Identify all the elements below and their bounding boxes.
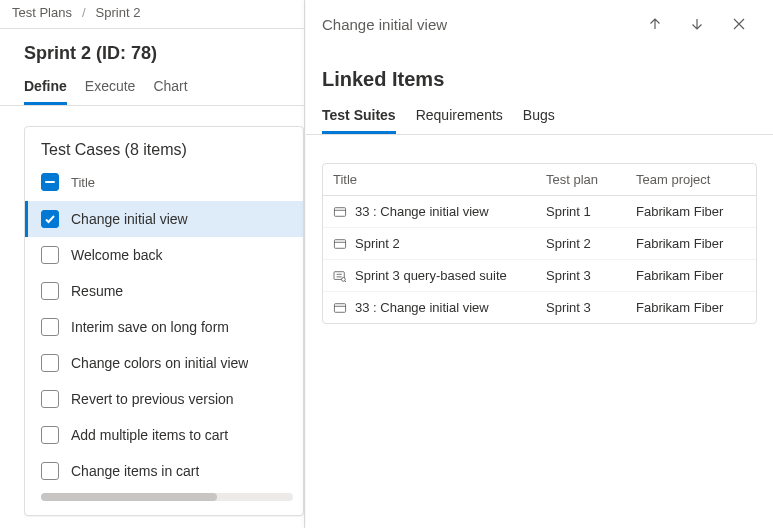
cell-title: Sprint 2 — [333, 236, 546, 251]
test-case-list: Change initial viewWelcome backResumeInt… — [25, 201, 303, 489]
checkbox[interactable] — [41, 426, 59, 444]
suite-title: 33 : Change initial view — [355, 300, 489, 315]
list-item[interactable]: Resume — [25, 273, 303, 309]
close-button[interactable] — [721, 6, 757, 42]
static-suite-icon — [333, 302, 347, 314]
checkbox[interactable] — [41, 318, 59, 336]
tab-requirements[interactable]: Requirements — [416, 107, 503, 134]
cell-project: Fabrikam Fiber — [636, 268, 746, 283]
checkbox[interactable] — [41, 282, 59, 300]
test-cases-title: Test Cases (8 items) — [25, 127, 303, 169]
list-item[interactable]: Interim save on long form — [25, 309, 303, 345]
suite-title: Sprint 3 query-based suite — [355, 268, 507, 283]
checkbox[interactable] — [41, 462, 59, 480]
suite-title: Sprint 2 — [355, 236, 400, 251]
table-row[interactable]: 33 : Change initial viewSprint 1Fabrikam… — [323, 196, 756, 227]
test-cases-card: Test Cases (8 items) Title Change initia… — [24, 126, 304, 516]
svg-rect-4 — [334, 303, 345, 312]
scrollbar-thumb[interactable] — [41, 493, 217, 501]
list-item[interactable]: Change colors on initial view — [25, 345, 303, 381]
list-item-title: Change colors on initial view — [71, 355, 248, 371]
table-row[interactable]: Sprint 3 query-based suiteSprint 3Fabrik… — [323, 259, 756, 291]
main-tabs: Define Execute Chart — [0, 64, 304, 106]
col-team-project[interactable]: Team project — [636, 172, 746, 187]
cell-plan: Sprint 3 — [546, 268, 636, 283]
cell-project: Fabrikam Fiber — [636, 236, 746, 251]
static-suite-icon — [333, 238, 347, 250]
list-item-title: Change items in cart — [71, 463, 199, 479]
svg-rect-1 — [334, 239, 345, 248]
list-item-title: Add multiple items to cart — [71, 427, 228, 443]
list-item[interactable]: Change items in cart — [25, 453, 303, 489]
table-row[interactable]: Sprint 2Sprint 2Fabrikam Fiber — [323, 227, 756, 259]
checkbox[interactable] — [41, 210, 59, 228]
panel-title: Change initial view — [322, 16, 631, 33]
close-icon — [731, 16, 747, 32]
arrow-up-icon — [647, 16, 663, 32]
cell-plan: Sprint 3 — [546, 300, 636, 315]
linked-suites-table-wrap: Title Test plan Team project 33 : Change… — [306, 135, 773, 324]
list-item[interactable]: Change initial view — [25, 201, 303, 237]
suite-title: 33 : Change initial view — [355, 204, 489, 219]
cell-title: 33 : Change initial view — [333, 204, 546, 219]
checkbox[interactable] — [41, 354, 59, 372]
details-panel: Change initial view Linked Items Test Su… — [306, 0, 773, 528]
breadcrumb: Test Plans / Sprint 2 — [0, 0, 304, 29]
column-title[interactable]: Title — [71, 175, 95, 190]
tab-define[interactable]: Define — [24, 78, 67, 105]
checkbox[interactable] — [41, 246, 59, 264]
next-button[interactable] — [679, 6, 715, 42]
breadcrumb-current[interactable]: Sprint 2 — [96, 5, 141, 20]
test-cases-card-wrap: Test Cases (8 items) Title Change initia… — [0, 106, 304, 528]
svg-rect-0 — [334, 207, 345, 216]
list-item[interactable]: Revert to previous version — [25, 381, 303, 417]
breadcrumb-root[interactable]: Test Plans — [12, 5, 72, 20]
horizontal-scrollbar[interactable] — [41, 493, 293, 501]
select-all-checkbox[interactable] — [41, 173, 59, 191]
col-test-plan[interactable]: Test plan — [546, 172, 636, 187]
list-item-title: Change initial view — [71, 211, 188, 227]
list-item-title: Interim save on long form — [71, 319, 229, 335]
query-suite-icon — [333, 270, 347, 282]
linked-items-tabs: Test Suites Requirements Bugs — [306, 91, 773, 135]
list-item-title: Welcome back — [71, 247, 163, 263]
col-title[interactable]: Title — [333, 172, 546, 187]
tab-bugs[interactable]: Bugs — [523, 107, 555, 134]
tab-chart[interactable]: Chart — [153, 78, 187, 105]
list-item[interactable]: Welcome back — [25, 237, 303, 273]
list-item[interactable]: Add multiple items to cart — [25, 417, 303, 453]
tab-execute[interactable]: Execute — [85, 78, 136, 105]
page-title: Sprint 2 (ID: 78) — [0, 29, 304, 64]
cell-title: 33 : Change initial view — [333, 300, 546, 315]
left-pane: Test Plans / Sprint 2 Sprint 2 (ID: 78) … — [0, 0, 305, 528]
cell-project: Fabrikam Fiber — [636, 204, 746, 219]
list-item-title: Revert to previous version — [71, 391, 234, 407]
linked-suites-table: Title Test plan Team project 33 : Change… — [322, 163, 757, 324]
cell-plan: Sprint 1 — [546, 204, 636, 219]
tab-test-suites[interactable]: Test Suites — [322, 107, 396, 134]
cell-plan: Sprint 2 — [546, 236, 636, 251]
breadcrumb-separator: / — [82, 5, 86, 20]
prev-button[interactable] — [637, 6, 673, 42]
arrow-down-icon — [689, 16, 705, 32]
list-item-title: Resume — [71, 283, 123, 299]
list-header: Title — [25, 169, 303, 201]
checkbox[interactable] — [41, 390, 59, 408]
static-suite-icon — [333, 206, 347, 218]
panel-header: Change initial view — [306, 0, 773, 42]
table-header: Title Test plan Team project — [323, 164, 756, 196]
cell-title: Sprint 3 query-based suite — [333, 268, 546, 283]
svg-point-3 — [342, 277, 346, 281]
cell-project: Fabrikam Fiber — [636, 300, 746, 315]
linked-items-heading: Linked Items — [306, 42, 773, 91]
table-row[interactable]: 33 : Change initial viewSprint 3Fabrikam… — [323, 291, 756, 323]
